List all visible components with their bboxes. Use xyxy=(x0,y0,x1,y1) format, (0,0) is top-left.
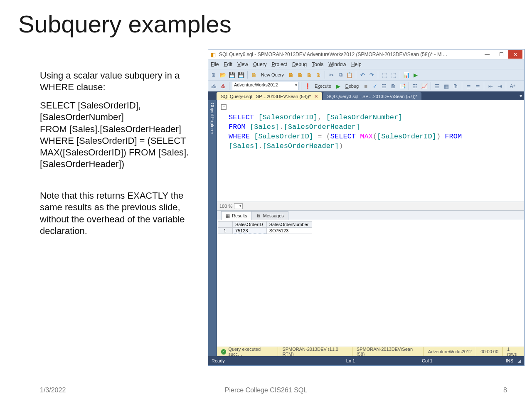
footer-page-number: 8 xyxy=(503,387,507,394)
close-button[interactable]: ✕ xyxy=(508,50,522,59)
window-titlebar[interactable]: ◧ SQLQuery6.sql - SPMORAN-2013DEV.Advent… xyxy=(208,49,524,60)
col-header-salesordernumber[interactable]: SalesOrderNumber xyxy=(266,222,312,228)
open-icon[interactable]: 📂 xyxy=(219,71,227,79)
activity-monitor-icon[interactable]: 📊 xyxy=(403,71,410,79)
slide-body-left: Using a scalar value subquery in a WHERE… xyxy=(40,70,198,244)
nav-back-icon[interactable]: ⬚ xyxy=(381,71,388,79)
include-plan-icon[interactable]: ☷ xyxy=(411,82,419,90)
outline-collapse-icon[interactable]: − xyxy=(221,104,227,110)
status-ins: INS xyxy=(488,358,516,363)
sql-editor[interactable]: −SELECT [SalesOrderID], [SalesOrderNumbe… xyxy=(217,100,524,202)
app-status-bar: Ready Ln 1 Col 1 INS ◢ xyxy=(208,356,524,365)
new-query-icon[interactable]: 🗎 xyxy=(250,71,258,79)
execute-button[interactable]: Execute xyxy=(313,84,333,89)
results-grid-icon[interactable]: ▦ xyxy=(443,82,450,90)
status-ready: Ready xyxy=(212,358,304,363)
decrease-indent-icon[interactable]: ⇤ xyxy=(487,82,494,90)
intro-paragraph: Using a scalar value subquery in a WHERE… xyxy=(40,70,198,93)
menu-project[interactable]: Project xyxy=(272,62,287,67)
mdx-query-icon[interactable]: 🗎 xyxy=(296,71,304,79)
new-project-icon[interactable]: 🗎 xyxy=(210,71,217,79)
tab-label: SQLQuery3.sql - SP…2013DEV\Sean (57))* xyxy=(327,94,417,99)
parse-icon[interactable]: ✓ xyxy=(371,82,379,90)
grid-icon: ▦ xyxy=(226,213,230,219)
table-row[interactable]: 1 75123 SO75123 xyxy=(218,228,312,234)
menu-bar[interactable]: File Edit View Query Project Debug Tools… xyxy=(208,60,524,69)
results-file-icon[interactable]: 🗎 xyxy=(452,82,459,90)
footer-center: Pierce College CIS261 SQL xyxy=(0,387,532,394)
messages-icon: 🗎 xyxy=(256,213,261,218)
execute-excl-icon[interactable]: ❗ xyxy=(304,82,311,90)
uncomment-icon[interactable]: ≣ xyxy=(474,82,481,90)
save-all-icon[interactable]: 💾 xyxy=(237,71,245,79)
ssms-window: ◧ SQLQuery6.sql - SPMORAN-2013DEV.Advent… xyxy=(208,49,525,366)
comment-icon[interactable]: ≣ xyxy=(465,82,472,90)
menu-query[interactable]: Query xyxy=(253,62,267,67)
success-icon: ✓ xyxy=(221,349,226,355)
paste-icon[interactable]: 📋 xyxy=(346,71,353,79)
results-grid-area: SalesOrderID SalesOrderNumber 1 75123 SO… xyxy=(217,220,524,347)
query-options-icon[interactable]: 🗎 xyxy=(389,82,397,90)
sql-code-text: SELECT [SalesOrderID], [SalesOrderNumber… xyxy=(40,100,198,170)
undo-icon[interactable]: ↶ xyxy=(359,71,366,79)
tab-close-icon[interactable]: ✕ xyxy=(314,94,318,99)
object-explorer-panel[interactable]: Object Explorer xyxy=(208,100,217,356)
new-query-label[interactable]: New Query xyxy=(259,72,286,77)
menu-help[interactable]: Help xyxy=(351,62,362,67)
tab-results[interactable]: ▦ Results xyxy=(221,211,252,220)
tab-sqlquery6[interactable]: SQLQuery6.sql - SP…2013DEV\Sean (58))* ✕ xyxy=(217,92,322,101)
messages-tab-label: Messages xyxy=(263,213,284,218)
results-tabs[interactable]: ▦ Results 🗎 Messages xyxy=(217,211,524,220)
specify-values-icon[interactable]: Aᵃ xyxy=(509,82,516,90)
resize-grip-icon[interactable]: ◢ xyxy=(516,358,521,364)
debug-button[interactable]: Debug xyxy=(344,84,360,89)
copy-icon[interactable]: ⧉ xyxy=(337,71,344,79)
toolbar-sql-editor[interactable]: 🖧 🖧 AdventureWorks2012 ❗ Execute ▶ Debug… xyxy=(208,80,524,91)
cut-icon[interactable]: ✂ xyxy=(328,71,335,79)
menu-debug[interactable]: Debug xyxy=(292,62,307,67)
menu-edit[interactable]: Edit xyxy=(224,62,232,67)
menu-window[interactable]: Window xyxy=(328,62,346,67)
client-stats-icon[interactable]: 📈 xyxy=(421,82,428,90)
results-text-icon[interactable]: ☰ xyxy=(433,82,441,90)
dmx-query-icon[interactable]: 🗎 xyxy=(305,71,313,79)
note-paragraph: Note that this returns EXACTLY the same … xyxy=(40,190,198,237)
status-line: Ln 1 xyxy=(304,358,397,363)
col-header-salesorderid[interactable]: SalesOrderID xyxy=(233,222,267,228)
cell-salesorderid[interactable]: 75123 xyxy=(233,228,267,234)
save-icon[interactable]: 💾 xyxy=(228,71,236,79)
row-number: 1 xyxy=(218,228,233,234)
corner-cell xyxy=(218,222,233,228)
status-user: SPMORAN-2013DEV\Sean (58) xyxy=(352,347,424,356)
xmla-query-icon[interactable]: 🗎 xyxy=(315,71,322,79)
minimize-button[interactable]: — xyxy=(480,50,494,59)
cell-salesordernumber[interactable]: SO75123 xyxy=(266,228,312,234)
db-engine-query-icon[interactable]: 🗎 xyxy=(287,71,295,79)
disconnect-icon[interactable]: 🖧 xyxy=(219,82,227,90)
connect-icon[interactable]: 🖧 xyxy=(210,82,217,90)
zoom-combo[interactable] xyxy=(234,203,243,209)
tab-sqlquery3[interactable]: SQLQuery3.sql - SP…2013DEV\Sean (57))* xyxy=(323,92,421,101)
status-col: Col 1 xyxy=(397,358,488,363)
slide-title: Subquery examples xyxy=(18,10,232,38)
toolbar-standard[interactable]: 🗎 📂 💾 💾 🗎 New Query 🗎 🗎 🗎 🗎 ✂ ⧉ 📋 ↶ ↷ ⬚ … xyxy=(208,69,524,80)
stop-icon[interactable]: ■ xyxy=(362,82,369,90)
nav-fwd-icon[interactable]: ⬚ xyxy=(390,71,397,79)
intellisense-icon[interactable]: 📑 xyxy=(399,82,406,90)
menu-tools[interactable]: Tools xyxy=(312,62,323,67)
debug-play-icon[interactable]: ▶ xyxy=(335,82,342,90)
tab-messages[interactable]: 🗎 Messages xyxy=(252,211,288,220)
zoom-bar[interactable]: 100 % xyxy=(217,202,524,211)
start-icon[interactable]: ▶ xyxy=(412,71,419,79)
estimated-plan-icon[interactable]: ☷ xyxy=(380,82,388,90)
tab-overflow-icon[interactable]: ▾ xyxy=(520,93,522,99)
status-database: AdventureWorks2012 xyxy=(424,347,477,356)
document-tabs[interactable]: SQLQuery6.sql - SP…2013DEV\Sean (58))* ✕… xyxy=(208,91,524,101)
maximize-button[interactable]: ☐ xyxy=(494,50,508,59)
results-grid[interactable]: SalesOrderID SalesOrderNumber 1 75123 SO… xyxy=(218,221,312,234)
menu-file[interactable]: File xyxy=(211,62,219,67)
menu-view[interactable]: View xyxy=(237,62,248,67)
redo-icon[interactable]: ↷ xyxy=(368,71,375,79)
increase-indent-icon[interactable]: ⇥ xyxy=(496,82,503,90)
database-combo[interactable]: AdventureWorks2012 xyxy=(232,82,298,90)
